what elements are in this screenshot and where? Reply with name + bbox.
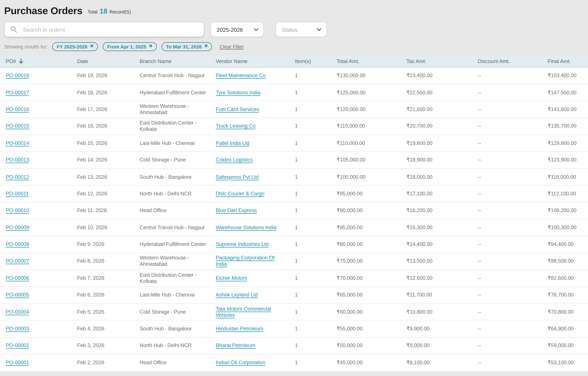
vendor-link[interactable]: Blue Dart Express	[216, 208, 257, 213]
po-number-link[interactable]: PO-00010	[6, 208, 29, 213]
branch-name: East Distribution Center - Kolkata	[134, 270, 210, 287]
vendor-link[interactable]: Fleet Maintenance Co	[216, 73, 266, 78]
po-number-link[interactable]: PO-00018	[6, 73, 29, 78]
tax-amount: ₹10,800.00	[401, 303, 472, 321]
items-count: 1	[289, 185, 331, 202]
filter-chip[interactable]: From Apr 1, 2025 ✖	[103, 42, 157, 51]
po-number-link[interactable]: PO-00004	[6, 309, 29, 315]
branch-name: East Distribution Center - Kolkata	[134, 118, 210, 135]
branch-name: Cold Storage - Pune	[134, 303, 210, 321]
final-amount: ₹88,500.00	[542, 253, 588, 270]
chevron-down-icon	[254, 28, 259, 31]
filter-chip[interactable]: FY 2025-2026 ✖	[52, 42, 98, 51]
po-table-body: PO-00018 Feb 19, 2026 Central Transit Hu…	[0, 67, 588, 371]
vendor-link[interactable]: Supreme Industries Ltd	[216, 241, 268, 247]
po-table: PO# Date Branch Name Vendor Name Item(s)…	[0, 56, 588, 371]
tax-amount: ₹14,400.00	[401, 236, 472, 253]
po-date: Feb 17, 2026	[71, 101, 134, 118]
column-header-discount: Discount Amt.	[472, 56, 542, 67]
fiscal-year-dropdown[interactable]: 2025-2026	[210, 22, 264, 37]
po-number-link[interactable]: PO-00015	[6, 123, 29, 129]
vendor-link[interactable]: Pallet India Ltd	[216, 140, 249, 146]
po-number-link[interactable]: PO-00002	[6, 343, 29, 348]
po-number-link[interactable]: PO-00006	[6, 275, 29, 281]
vendor-link[interactable]: Truck Leasing Co	[216, 123, 256, 129]
search-input[interactable]	[22, 26, 196, 33]
vendor-link[interactable]: Ashok Leyland Ltd	[216, 292, 258, 298]
vendor-link[interactable]: Dtdc Courier & Cargo	[216, 191, 264, 196]
total-amount: ₹85,000.00	[331, 219, 401, 236]
filter-chip-label: FY 2025-2026	[57, 44, 87, 49]
active-filters-row: Showing results for: FY 2025-2026 ✖ From…	[4, 42, 588, 51]
discount-amount: --	[472, 236, 542, 253]
po-number-link[interactable]: PO-00016	[6, 106, 29, 112]
po-date: Feb 4, 2026	[71, 320, 134, 337]
vendor-link[interactable]: Coldex Logistics	[216, 157, 253, 163]
vendor-link[interactable]: Tata Motors Commercial Vehicles	[216, 306, 271, 318]
total-amount: ₹130,000.00	[331, 67, 401, 84]
final-amount: ₹141,600.00	[542, 101, 588, 118]
purchase-orders-page: Purchase Orders Total 18 Record(S) Filte…	[0, 0, 588, 376]
chip-close-icon[interactable]: ✖	[90, 44, 94, 49]
vendor-link[interactable]: Bharat Petroleum	[216, 343, 255, 348]
po-number-link[interactable]: PO-00014	[6, 140, 29, 146]
branch-name: Head Office	[134, 202, 210, 219]
vendor-link[interactable]: Warehouse Solutions India	[216, 224, 276, 230]
vendor-link[interactable]: Indian Oil Corporation	[216, 359, 265, 365]
vendor-link[interactable]: Hindustan Petroleum	[216, 326, 263, 331]
po-date: Feb 13, 2026	[71, 168, 134, 186]
vendor-link[interactable]: Packaging Corporation Of India	[216, 255, 274, 267]
tax-amount: ₹18,900.00	[401, 152, 472, 168]
total-amount: ₹90,000.00	[331, 202, 401, 219]
clear-filter-link[interactable]: Clear Filter	[220, 44, 244, 50]
vendor-link[interactable]: Fuel Card Services	[216, 106, 259, 112]
po-number-link[interactable]: PO-00009	[6, 224, 29, 230]
final-amount: ₹123,900.00	[542, 152, 588, 168]
status-dropdown[interactable]: Status	[276, 22, 327, 37]
branch-name: Last-Mile Hub - Chennai	[134, 135, 210, 152]
filter-chip[interactable]: To Mar 31, 2026 ✖	[162, 42, 212, 51]
discount-amount: --	[472, 219, 542, 236]
tax-amount: ₹15,300.00	[401, 219, 472, 236]
vendor-link[interactable]: Eicher Motors	[216, 275, 247, 281]
final-amount: ₹82,600.00	[542, 270, 588, 287]
page-title: Purchase Orders	[4, 5, 82, 17]
total-amount: ₹70,000.00	[331, 270, 401, 287]
total-amount: ₹95,000.00	[331, 185, 401, 202]
po-number-link[interactable]: PO-00005	[6, 292, 29, 298]
table-row: PO-00011 Feb 12, 2026 North Hub - Delhi …	[0, 185, 588, 202]
sort-descending-icon	[19, 58, 23, 64]
po-number-link[interactable]: PO-00001	[6, 359, 29, 365]
table-row: PO-00012 Feb 13, 2026 South Hub - Bangal…	[0, 168, 588, 186]
items-count: 1	[289, 67, 331, 84]
column-header-po[interactable]: PO#	[0, 56, 71, 67]
vendor-link[interactable]: Tyre Solutions India	[216, 89, 260, 95]
search-icon	[10, 26, 17, 33]
po-date: Feb 2, 2026	[71, 354, 134, 371]
chip-close-icon[interactable]: ✖	[204, 44, 208, 49]
chip-close-icon[interactable]: ✖	[149, 44, 152, 49]
top-bar: Purchase Orders Total 18 Record(S) Filte…	[0, 0, 588, 17]
vendor-link[interactable]: Safexpress Pvt Ltd	[216, 174, 259, 180]
showing-results-label: Showing results for:	[4, 44, 48, 50]
po-date: Feb 3, 2026	[71, 337, 134, 354]
branch-name: South Hub - Bangalore	[134, 168, 210, 186]
po-date: Feb 6, 2026	[71, 287, 134, 303]
tax-amount: ₹17,100.00	[401, 185, 472, 202]
total-amount: ₹100,000.00	[331, 168, 401, 186]
branch-name: Central Transit Hub - Nagpur	[134, 219, 210, 236]
final-amount: ₹64,900.00	[542, 320, 588, 337]
po-number-link[interactable]: PO-00008	[6, 241, 29, 247]
po-number-link[interactable]: PO-00012	[6, 174, 29, 180]
items-count: 1	[289, 219, 331, 236]
discount-amount: --	[472, 185, 542, 202]
po-number-link[interactable]: PO-00007	[6, 258, 29, 264]
final-amount: ₹100,300.00	[542, 219, 588, 236]
items-count: 1	[289, 320, 331, 337]
discount-amount: --	[472, 101, 542, 118]
po-number-link[interactable]: PO-00013	[6, 157, 29, 163]
po-number-link[interactable]: PO-00011	[6, 191, 29, 196]
items-count: 1	[289, 236, 331, 253]
po-number-link[interactable]: PO-00003	[6, 326, 29, 331]
po-number-link[interactable]: PO-00017	[6, 89, 29, 95]
